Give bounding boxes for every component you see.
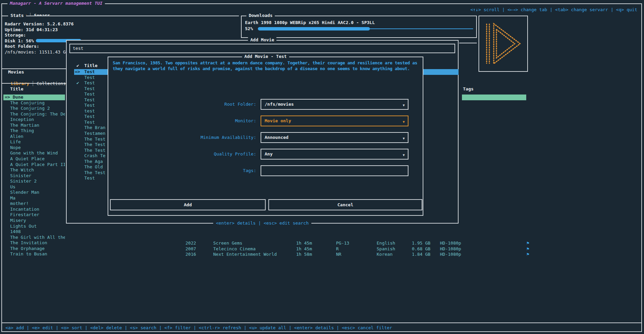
managarr-logo-icon	[484, 21, 522, 66]
tags-input[interactable]	[265, 168, 404, 174]
disk-usage-line: Disk 1: 56%	[5, 38, 34, 44]
movie-certification: NR	[336, 251, 341, 257]
row-prefix	[74, 114, 84, 120]
movie-detail-row[interactable]: 2022Screen Gems1h 45mPG-13English1.95 GB…	[0, 240, 644, 246]
stats-panel-title: Stats	[8, 13, 26, 19]
movie-year: 2016	[185, 251, 196, 257]
app-title: Managarr - A Servarr management TUI	[7, 1, 105, 6]
movie-runtime: 1h 58m	[296, 251, 312, 257]
movie-list-item[interactable]: => Dune	[3, 95, 65, 100]
search-result-title: The Test	[84, 170, 106, 176]
search-result-title: Test	[84, 69, 95, 75]
movie-list-item[interactable]: Us	[3, 184, 65, 190]
downloads-panel: Downloads Earth 1998 1080p WEBRip x265 H…	[241, 16, 477, 38]
downloads-panel-title: Downloads	[246, 13, 275, 19]
download-progress-fill	[258, 27, 370, 30]
movie-list-item[interactable]: Incantation	[3, 207, 65, 212]
monitor-dropdown[interactable]: Movie only ▼	[261, 116, 408, 126]
movie-list-item[interactable]: Alien	[3, 134, 65, 140]
tags-label: Tags:	[108, 165, 256, 176]
search-result-title: Test	[84, 120, 95, 125]
movie-list-item[interactable]: The Thing	[3, 128, 65, 134]
movie-list-item[interactable]: Inception	[3, 117, 65, 123]
movie-list-item[interactable]: The Conjuring: The De	[3, 111, 65, 117]
row-prefix	[74, 148, 84, 153]
movie-runtime: 1h 45m	[296, 240, 312, 246]
quality-profile-label: Quality Profile:	[108, 149, 256, 160]
row-prefix	[74, 164, 84, 170]
movie-list-item[interactable]: The Martian	[3, 123, 65, 128]
chevron-down-icon: ▼	[403, 136, 405, 142]
row-prefix	[74, 120, 84, 125]
logo-panel	[479, 16, 528, 72]
movie-list-item[interactable]: Sinister 2	[3, 179, 65, 184]
movie-list-item[interactable]: Life	[3, 139, 65, 145]
search-result-title: Test	[84, 75, 95, 81]
movie-list-item[interactable]: A Quiet Place	[3, 156, 65, 162]
movie-list-item[interactable]: Slender Man	[3, 190, 65, 195]
row-prefix	[74, 86, 84, 92]
search-result-title: Crash Te	[84, 153, 106, 159]
movie-list-item[interactable]: Nope	[3, 145, 65, 151]
movie-detail-row[interactable]: 2016Next Entertainment World1h 58mNRKore…	[0, 251, 644, 257]
search-result-title: Test	[84, 114, 95, 120]
row-prefix	[74, 142, 84, 148]
row-prefix	[74, 108, 84, 114]
movie-list-item[interactable]: Firestarter	[3, 212, 65, 218]
movie-quality: HD-1080p	[440, 251, 461, 257]
movie-list-item[interactable]: Ma	[3, 195, 65, 201]
root-folder-value: /nfs/movies	[265, 102, 294, 107]
movie-certification: PG-13	[336, 240, 349, 246]
check-icon: ✔	[74, 63, 84, 69]
monitor-value: Movie only	[265, 118, 291, 124]
movie-list-item[interactable]: Gone with the Wind	[3, 150, 65, 156]
root-folder-dropdown[interactable]: /nfs/movies ▼	[261, 99, 408, 110]
tags-input-box	[261, 165, 408, 176]
quality-profile-dropdown[interactable]: Any ▼	[261, 149, 408, 160]
movies-tabs: Library│Collections│	[5, 75, 73, 86]
download-item-title: Earth 1998 1080p WEBRip x265 Hindi AAC2.…	[245, 20, 375, 26]
movie-list-item[interactable]: Sinister	[3, 173, 65, 179]
movie-studio: Next Entertainment World	[213, 251, 277, 257]
row-prefix	[74, 97, 84, 103]
row-prefix	[74, 103, 84, 108]
monitor-field: Monitor: Movie only ▼	[108, 116, 423, 126]
movie-list-item[interactable]: A Quiet Place Part II	[3, 162, 65, 168]
movie-detail-row[interactable]: 2007Telecinco Cinema1h 45mRSpanish0.68 G…	[0, 246, 644, 252]
quality-profile-field: Quality Profile: Any ▼	[108, 149, 423, 160]
movie-search-input[interactable]	[73, 46, 452, 51]
add-button[interactable]: Add	[110, 199, 266, 210]
movie-title-list: => DuneThe ConjuringThe Conjuring 2The C…	[3, 95, 65, 257]
movie-list-item[interactable]: The Girl with All the	[3, 235, 65, 241]
add-movie-panel-title: Add Movie	[248, 37, 276, 43]
root-folder-value: /nfs/movies: 11511.43 GB	[5, 49, 68, 55]
search-results-title-header: Title	[84, 63, 97, 69]
download-percent: 52%	[245, 26, 253, 32]
root-folder-field: Root Folder: /nfs/movies ▼	[108, 99, 423, 110]
search-result-title: The Test	[84, 137, 106, 142]
chevron-down-icon: ▼	[403, 119, 405, 125]
movie-overview: San Francisco, 1985. Two opposites attra…	[113, 60, 419, 71]
movie-search-box	[69, 44, 455, 53]
search-result-title: test	[84, 108, 95, 114]
movie-list-item[interactable]: 1408	[3, 229, 65, 235]
chevron-down-icon: ▼	[403, 103, 405, 108]
movie-list-item[interactable]: The Witch	[3, 167, 65, 173]
footer-divider	[2, 322, 642, 323]
row-prefix	[74, 125, 84, 131]
minimum-availability-dropdown[interactable]: Announced ▼	[261, 132, 408, 143]
movie-year: 2007	[185, 246, 196, 252]
row-prefix	[74, 131, 84, 137]
cancel-button[interactable]: Cancel	[268, 199, 422, 210]
monitored-flag-icon: ⚑	[527, 251, 529, 257]
movie-list-item[interactable]: The Conjuring	[3, 100, 65, 106]
movie-list-item[interactable]: The Conjuring 2	[3, 106, 65, 111]
monitored-flag-icon: ⚑	[527, 240, 529, 246]
selected-arrow-icon: =>	[74, 69, 84, 75]
movie-list-item[interactable]: Misery	[3, 218, 65, 224]
row-prefix	[74, 137, 84, 142]
minimum-availability-label: Minimum Availability:	[108, 132, 256, 143]
search-result-title: Test	[84, 175, 95, 181]
movie-list-item[interactable]: mother!	[3, 201, 65, 207]
movie-list-item[interactable]: Lights Out	[3, 224, 65, 229]
